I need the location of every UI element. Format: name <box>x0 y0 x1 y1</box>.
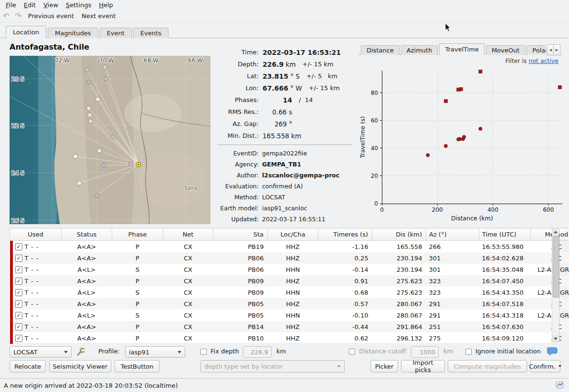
table-row[interactable]: ✓T - -A<A>PCXPB06HHZ0.25230.19430116:54:… <box>10 252 569 264</box>
table-row[interactable]: ✓T - -A<L>SCXPB09HHN0.68275.62332316:54:… <box>10 287 569 298</box>
chart-point[interactable] <box>444 99 447 103</box>
column-header-status[interactable]: Status <box>62 228 112 241</box>
next-event-button[interactable]: Next event <box>78 11 119 21</box>
scroll-up-button[interactable] <box>552 228 559 235</box>
depth-type-select[interactable]: depth type set by locator <box>200 360 345 372</box>
plot-tab-moveout[interactable]: MoveOut <box>486 45 525 55</box>
depth-input[interactable] <box>243 346 272 358</box>
column-header-used[interactable]: Used <box>10 228 62 241</box>
table-row[interactable]: ✓T - -A<A>PCXPB19HHZ-1.16165.55826616:53… <box>10 241 569 253</box>
column-header-az[interactable]: Az (°) <box>426 228 479 241</box>
back-arrow-icon[interactable]: ↶ <box>0 11 12 21</box>
distance-cutoff-input[interactable] <box>411 346 439 358</box>
column-header-phase[interactable]: Phase <box>112 228 163 241</box>
forward-arrow-icon[interactable]: ↷ <box>12 11 24 21</box>
import-picks-button[interactable]: Import picks <box>401 360 445 372</box>
map-station[interactable] <box>87 80 91 84</box>
map-station[interactable] <box>88 113 92 117</box>
distance-cutoff-checkbox[interactable] <box>349 349 355 355</box>
chart-point[interactable] <box>444 144 447 148</box>
test-button[interactable]: TestButton <box>115 360 159 372</box>
chart-point[interactable] <box>459 87 463 91</box>
column-header-dis-km[interactable]: Dis (km) <box>372 228 426 241</box>
map-station[interactable] <box>103 65 107 70</box>
tab-scroll-right-button[interactable]: ▶ <box>553 44 560 55</box>
table-row[interactable]: ✓T - -A<L>SCXPB05HHN-0.10280.06729116:54… <box>10 309 569 321</box>
previous-event-button[interactable]: Previous event <box>24 11 78 21</box>
tab-event[interactable]: Event <box>100 28 132 38</box>
column-header-net[interactable]: Net <box>163 228 213 241</box>
column-header-time-utc[interactable]: Time (UTC) <box>479 228 531 241</box>
column-header-method[interactable]: Method <box>531 228 569 241</box>
cell-status: A<A> <box>62 332 112 344</box>
map-station[interactable] <box>77 181 82 186</box>
used-checkbox[interactable]: ✓ <box>15 300 22 308</box>
menu-help[interactable]: Help <box>95 1 117 9</box>
comment-bubble-icon[interactable] <box>547 346 558 357</box>
chart-point[interactable] <box>426 154 430 157</box>
profile-select[interactable]: iasp91 <box>125 346 185 358</box>
plot-tab-polar[interactable]: Polar <box>527 45 546 55</box>
tab-events[interactable]: Events <box>133 28 169 38</box>
column-header-timeres-s[interactable]: Timeres (s) <box>318 228 372 241</box>
column-header-loc-cha[interactable]: Loc/Cha <box>268 228 318 241</box>
map-station[interactable] <box>89 119 93 124</box>
tab-magnitudes[interactable]: Magnitudes <box>48 28 98 38</box>
used-checkbox[interactable]: ✓ <box>15 289 22 296</box>
fix-depth-checkbox[interactable] <box>200 349 207 355</box>
used-checkbox[interactable]: ✓ <box>15 255 22 262</box>
map-station[interactable] <box>102 164 106 168</box>
menu-settings[interactable]: Settings <box>62 1 95 9</box>
menu-view[interactable]: View <box>40 1 62 9</box>
chart-point[interactable] <box>479 70 482 73</box>
chart-point[interactable] <box>463 135 466 139</box>
used-checkbox[interactable]: ✓ <box>15 243 22 250</box>
used-checkbox[interactable]: ✓ <box>15 323 22 330</box>
locator-settings-wrench-icon[interactable] <box>75 347 86 357</box>
used-checkbox[interactable]: ✓ <box>15 312 22 319</box>
origin-notification-icon[interactable] <box>556 381 564 390</box>
table-row[interactable]: ✓T - -A<A>PCXPB10HHZ0.62296.13227516:54:… <box>10 332 569 344</box>
map-station[interactable] <box>74 155 78 159</box>
map-station[interactable] <box>87 106 91 111</box>
chart-point[interactable] <box>479 127 482 130</box>
plot-tab-distance[interactable]: Distance <box>361 45 400 55</box>
seismicity-viewer-button[interactable]: Seismicity Viewer <box>49 360 111 372</box>
map-station[interactable] <box>104 77 108 81</box>
menu-edit[interactable]: Edit <box>20 1 40 9</box>
table-scrollbar[interactable] <box>552 228 559 342</box>
column-header-sta[interactable]: Sta <box>213 228 268 241</box>
map-station[interactable] <box>95 194 99 198</box>
locator-select[interactable]: LOCSAT <box>10 346 72 358</box>
table-row[interactable]: ✓T - -A<A>PCXPB05HHZ0.57280.06729116:54:… <box>10 298 569 309</box>
chart-point[interactable] <box>458 137 461 141</box>
depth-type-select-value: depth type set by locator <box>201 363 337 370</box>
map-station[interactable] <box>111 135 115 139</box>
picker-button[interactable]: Picker <box>370 360 398 372</box>
scroll-down-button[interactable] <box>552 335 559 342</box>
confirm-button[interactable]: Confirm. <box>530 360 560 372</box>
filter-not-active-link[interactable]: not active <box>529 57 558 64</box>
compute-magnitudes-button[interactable]: Compute magnitudes <box>448 360 527 372</box>
plot-tab-azimuth[interactable]: Azimuth <box>401 45 438 55</box>
relocate-button[interactable]: Relocate <box>10 360 46 372</box>
cell-res: 0.91 <box>318 275 372 287</box>
table-row[interactable]: ✓T - -A<A>PCXPB09HHZ0.91275.62332316:54:… <box>10 275 569 287</box>
table-row[interactable]: ✓T - -A<L>SCXPB06HHN-0.14230.19430116:54… <box>10 264 569 275</box>
table-row[interactable]: ✓T - -A<A>PCXPB14HHZ-0.44291.86425116:54… <box>10 321 569 332</box>
used-checkbox[interactable]: ✓ <box>15 266 22 273</box>
location-map[interactable]: 72 W70 W68 W66 W20 S22 S24 S26 SSalta <box>10 56 211 224</box>
tab-location[interactable]: Location <box>6 26 46 39</box>
cell-used: ✓T - - <box>10 309 62 321</box>
plot-tab-traveltime[interactable]: TravelTime <box>439 43 484 55</box>
map-station[interactable] <box>97 149 102 153</box>
map-station[interactable] <box>129 162 133 166</box>
chart-point[interactable] <box>558 85 561 89</box>
map-station[interactable] <box>96 97 100 102</box>
ignore-initial-location-checkbox[interactable] <box>465 349 472 355</box>
used-checkbox[interactable]: ✓ <box>15 335 22 342</box>
scrollbar-thumb[interactable] <box>553 236 559 298</box>
menu-file[interactable]: File <box>2 1 20 9</box>
map-station[interactable] <box>85 68 90 72</box>
used-checkbox[interactable]: ✓ <box>15 278 22 285</box>
